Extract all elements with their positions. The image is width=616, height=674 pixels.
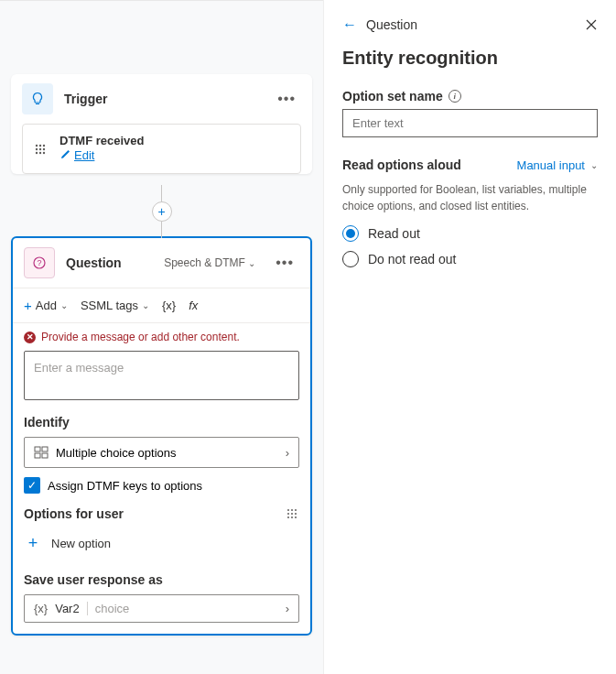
svg-point-8 xyxy=(43,151,45,153)
chevron-down-icon: ⌄ xyxy=(590,160,598,170)
message-input[interactable]: Enter a message xyxy=(24,351,299,400)
new-option-button[interactable]: + New option xyxy=(13,528,310,569)
add-node-button[interactable]: + xyxy=(152,201,172,222)
more-icon[interactable]: ••• xyxy=(270,251,299,275)
options-label: Options for user xyxy=(24,506,124,521)
checkbox-checked-icon: ✓ xyxy=(24,477,40,494)
mode-dropdown[interactable]: Speech & DTMF ⌄ xyxy=(164,256,255,269)
svg-rect-11 xyxy=(35,447,40,451)
radio-unchecked-icon xyxy=(342,251,359,267)
grip-icon[interactable] xyxy=(286,508,299,519)
trigger-title: Trigger xyxy=(64,92,272,106)
properties-panel: ← Question Entity recognition Option set… xyxy=(323,0,616,674)
svg-rect-12 xyxy=(42,447,48,451)
arrow-left-icon: ← xyxy=(342,16,357,33)
chevron-right-icon: › xyxy=(286,446,289,460)
identify-label: Identify xyxy=(13,411,310,437)
trigger-card: Trigger ••• DTMF received Edit xyxy=(11,74,312,174)
svg-point-7 xyxy=(39,151,41,153)
fx-button[interactable]: fx xyxy=(189,299,198,312)
connector: + xyxy=(0,185,323,238)
question-card: ? Question Speech & DTMF ⌄ ••• +Add ⌄ SS… xyxy=(11,236,312,636)
toolbar: +Add ⌄ SSML tags ⌄ {x} fx xyxy=(13,288,310,323)
panel-title: Entity recognition xyxy=(342,48,598,69)
more-icon[interactable]: ••• xyxy=(272,87,301,111)
identify-select[interactable]: Multiple choice options › xyxy=(24,437,299,468)
variable-button[interactable]: {x} xyxy=(162,299,176,312)
svg-point-16 xyxy=(291,509,293,511)
help-text: Only supported for Boolean, list variabl… xyxy=(342,181,598,214)
variable-icon: {x} xyxy=(34,602,48,615)
svg-point-5 xyxy=(43,147,45,149)
assign-dtmf-checkbox[interactable]: ✓ Assign DTMF keys to options xyxy=(13,477,310,506)
read-aloud-label: Read options aloud xyxy=(342,158,461,172)
edit-link[interactable]: Edit xyxy=(59,148,94,162)
trigger-event-card[interactable]: DTMF received Edit xyxy=(22,124,301,174)
svg-point-6 xyxy=(36,151,38,153)
error-icon: ✕ xyxy=(24,332,36,343)
ssml-button[interactable]: SSML tags ⌄ xyxy=(81,299,149,312)
svg-point-15 xyxy=(287,509,289,511)
radio-checked-icon xyxy=(342,225,359,242)
radio-do-not-read[interactable]: Do not read out xyxy=(342,251,598,267)
add-button[interactable]: +Add ⌄ xyxy=(24,298,68,313)
radio-read-out[interactable]: Read out xyxy=(342,225,598,242)
svg-text:?: ? xyxy=(37,258,41,267)
svg-point-21 xyxy=(287,516,289,518)
svg-rect-14 xyxy=(42,453,48,458)
svg-point-19 xyxy=(291,513,293,515)
question-title: Question xyxy=(66,255,164,270)
pencil-icon xyxy=(59,149,70,160)
svg-point-0 xyxy=(36,144,38,146)
close-button[interactable] xyxy=(585,18,598,31)
back-button[interactable]: ← Question xyxy=(342,16,417,33)
svg-point-4 xyxy=(39,147,41,149)
info-icon[interactable]: i xyxy=(448,90,461,103)
entity-icon xyxy=(34,445,49,460)
chevron-down-icon: ⌄ xyxy=(142,300,149,310)
trigger-event-title: DTMF received xyxy=(59,134,289,147)
question-icon: ? xyxy=(24,247,55,278)
variable-select[interactable]: {x} Var2 choice › xyxy=(24,594,299,623)
svg-point-17 xyxy=(295,509,297,511)
save-response-label: Save user response as xyxy=(13,569,310,594)
option-set-input[interactable] xyxy=(342,109,598,137)
svg-point-18 xyxy=(287,513,289,515)
svg-point-23 xyxy=(295,516,297,518)
plus-icon: + xyxy=(24,534,42,552)
svg-rect-13 xyxy=(35,453,40,458)
svg-point-3 xyxy=(36,147,38,149)
chevron-down-icon: ⌄ xyxy=(60,300,68,310)
error-message: ✕ Provide a message or add other content… xyxy=(13,323,310,347)
chevron-down-icon: ⌄ xyxy=(248,258,255,268)
close-icon xyxy=(585,18,598,31)
svg-point-1 xyxy=(39,144,41,146)
svg-point-20 xyxy=(295,513,297,515)
grip-icon xyxy=(34,143,50,156)
svg-point-22 xyxy=(291,516,293,518)
chevron-right-icon: › xyxy=(286,602,289,615)
lightbulb-icon xyxy=(22,83,53,114)
manual-input-link[interactable]: Manual input ⌄ xyxy=(517,158,598,172)
option-set-label: Option set name i xyxy=(342,89,598,103)
svg-point-2 xyxy=(43,144,45,146)
